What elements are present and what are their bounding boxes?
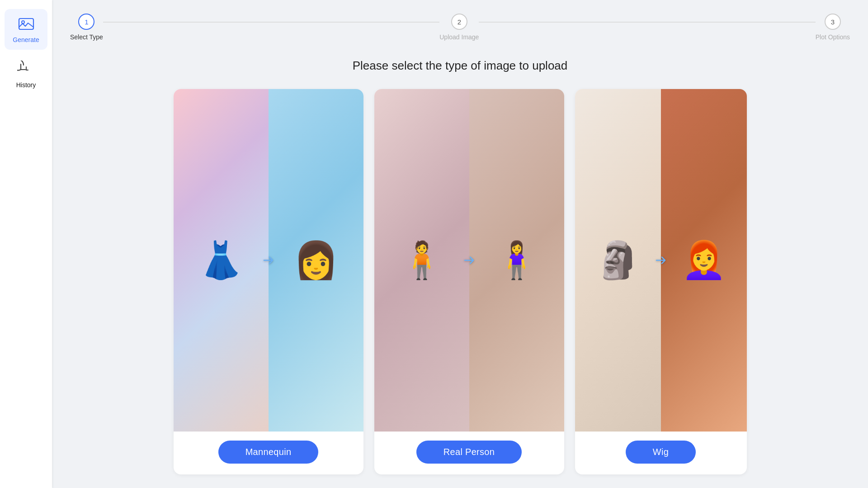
svg-point-1 <box>22 21 24 23</box>
step-2: 2 Upload Image <box>439 14 479 41</box>
mannequin-images <box>174 89 363 432</box>
real-person-button[interactable]: Real Person <box>416 441 522 464</box>
svg-rect-0 <box>19 19 33 29</box>
image-generate-icon <box>17 15 35 33</box>
cards-container: Mannequin Real Person <box>70 89 850 474</box>
wig-footer: Wig <box>575 432 747 474</box>
history-icon <box>17 61 35 79</box>
mannequin-button[interactable]: Mannequin <box>218 441 319 464</box>
person-after-image <box>469 89 564 432</box>
step-2-label: Upload Image <box>439 33 479 41</box>
sidebar-item-generate[interactable]: Generate <box>5 9 47 50</box>
mannequin-after-image <box>269 89 363 432</box>
main-content: 1 Select Type 2 Upload Image 3 Plot Opti… <box>52 0 868 488</box>
mannequin-footer: Mannequin <box>174 432 363 474</box>
step-line-1 <box>103 22 439 23</box>
mannequin-arrow <box>261 253 276 267</box>
step-3: 3 Plot Options <box>816 14 850 41</box>
step-3-label: Plot Options <box>816 33 850 41</box>
stepper: 1 Select Type 2 Upload Image 3 Plot Opti… <box>70 14 850 41</box>
wig-after-image <box>661 89 747 432</box>
step-3-circle: 3 <box>825 14 841 30</box>
wig-button[interactable]: Wig <box>626 441 696 464</box>
wig-card[interactable]: Wig <box>575 89 747 474</box>
real-person-images <box>374 89 564 432</box>
wig-images <box>575 89 747 432</box>
step-1: 1 Select Type <box>70 14 103 41</box>
step-1-label: Select Type <box>70 33 103 41</box>
page-title: Please select the type of image to uploa… <box>70 59 850 73</box>
sidebar-item-history[interactable]: History <box>5 54 47 95</box>
mannequin-card[interactable]: Mannequin <box>174 89 363 474</box>
person-before-image <box>374 89 469 432</box>
real-person-footer: Real Person <box>374 432 564 474</box>
real-person-card[interactable]: Real Person <box>374 89 564 474</box>
step-line-2 <box>479 22 815 23</box>
wig-arrow <box>654 253 668 267</box>
person-arrow <box>462 253 476 267</box>
sidebar-generate-label: Generate <box>13 36 39 43</box>
wig-before-image <box>575 89 661 432</box>
sidebar: Generate History <box>0 0 52 488</box>
sidebar-history-label: History <box>16 81 36 89</box>
step-1-circle: 1 <box>78 14 94 30</box>
mannequin-before-image <box>174 89 269 432</box>
step-2-circle: 2 <box>451 14 467 30</box>
